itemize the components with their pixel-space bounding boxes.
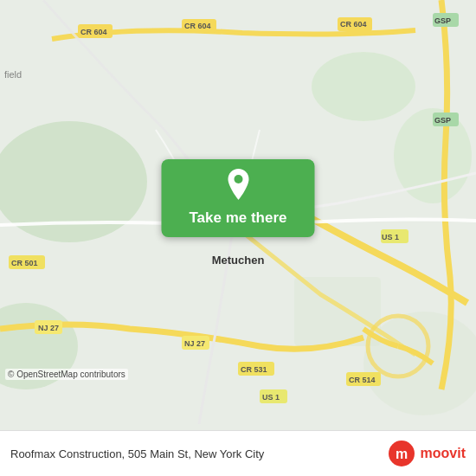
take-me-there-label: Take me there: [189, 209, 286, 227]
moovit-brand-name: moovit: [421, 446, 466, 461]
location-text: Roofmax Construction, 505 Main St, New Y…: [10, 447, 388, 460]
moovit-icon: m: [388, 440, 415, 467]
osm-attribution: © OpenStreetMap contributors: [5, 369, 128, 380]
svg-point-33: [234, 175, 242, 183]
footer-bar: Roofmax Construction, 505 Main St, New Y…: [0, 430, 476, 476]
map-container[interactable]: CR 604 CR 604 CR 604 GSP GSP US 1 NJ 27 …: [0, 0, 476, 430]
take-me-there-button[interactable]: Take me there: [162, 159, 315, 237]
svg-text:m: m: [395, 447, 407, 461]
moovit-logo: m moovit: [388, 440, 466, 467]
location-pin-icon: [225, 169, 251, 204]
